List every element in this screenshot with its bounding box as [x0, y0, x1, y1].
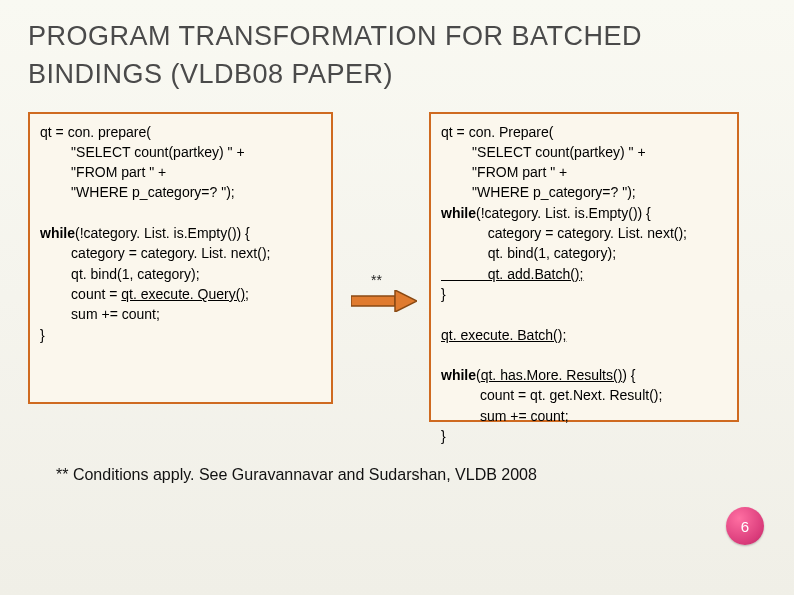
keyword-while: while [40, 225, 75, 241]
code-line: qt = con. Prepare( [441, 124, 553, 140]
code-line: "WHERE p_category=? "); [40, 184, 235, 200]
code-line: "SELECT count(partkey) " + [441, 144, 646, 160]
svg-rect-0 [351, 296, 395, 306]
keyword-while: while [441, 367, 476, 383]
code-line: category = category. List. next(); [40, 245, 270, 261]
code-underline: qt. has.More. Results() [481, 367, 623, 383]
right-code-box: qt = con. Prepare( "SELECT count(partkey… [429, 112, 739, 422]
code-text: ) { [622, 367, 635, 383]
asterisks-marker: ** [371, 272, 382, 288]
code-line: } [441, 428, 446, 444]
code-underline: qt. add.Batch(); [441, 266, 583, 282]
code-line: qt = con. prepare( [40, 124, 151, 140]
keyword-while: while [441, 205, 476, 221]
slide-title: PROGRAM TRANSFORMATION FOR BATCHED BINDI… [28, 18, 766, 94]
code-line: qt. bind(1, category); [441, 245, 616, 261]
code-line: category = category. List. next(); [441, 225, 687, 241]
code-line: count = qt. get.Next. Result(); [441, 387, 662, 403]
code-text: ; [245, 286, 249, 302]
code-text: (!category. List. is.Empty()) { [476, 205, 651, 221]
content-row: qt = con. prepare( "SELECT count(partkey… [28, 112, 766, 422]
code-text: (!category. List. is.Empty()) { [75, 225, 250, 241]
code-line: "FROM part " + [441, 164, 567, 180]
code-underline: qt. execute. Query() [121, 286, 245, 302]
arrow-icon [351, 290, 417, 312]
code-line: qt. bind(1, category); [40, 266, 200, 282]
code-line: sum += count; [441, 408, 569, 424]
code-line: sum += count; [40, 306, 160, 322]
code-line: } [441, 286, 446, 302]
left-code-box: qt = con. prepare( "SELECT count(partkey… [28, 112, 333, 404]
slide: PROGRAM TRANSFORMATION FOR BATCHED BINDI… [0, 0, 794, 595]
arrow-cell: ** [333, 112, 429, 422]
code-line: "SELECT count(partkey) " + [40, 144, 245, 160]
code-line: "FROM part " + [40, 164, 166, 180]
code-line: "WHERE p_category=? "); [441, 184, 636, 200]
code-text: count = [40, 286, 121, 302]
page-number: 6 [726, 507, 764, 545]
code-line: } [40, 327, 45, 343]
footnote: ** Conditions apply. See Guravannavar an… [56, 466, 766, 484]
code-underline: qt. execute. Batch(); [441, 327, 566, 343]
svg-marker-1 [395, 290, 417, 312]
